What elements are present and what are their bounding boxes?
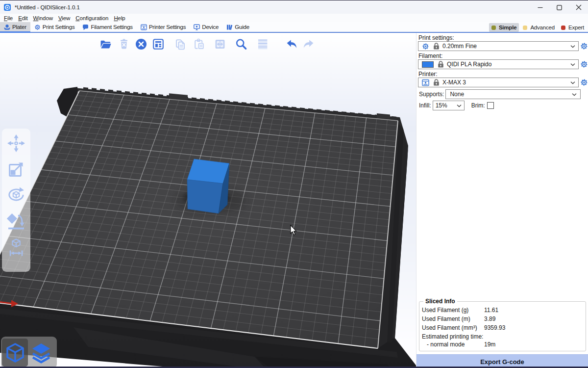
menu-file[interactable]: File	[4, 15, 13, 21]
qidislicer-window: *Untitled - QIDISlicer-1.0.1 File Edit W…	[0, 0, 588, 368]
tab-device[interactable]: Device	[190, 22, 222, 32]
mode-simple[interactable]: Simple	[489, 23, 519, 32]
redo-button[interactable]	[302, 38, 315, 51]
print-settings-label: Print settings:	[418, 34, 588, 41]
chevron-down-icon	[457, 105, 462, 107]
maximize-icon	[557, 5, 562, 10]
undo-button[interactable]	[285, 38, 298, 51]
print-settings-edit-button[interactable]	[580, 42, 588, 50]
mode-expert[interactable]: Expert	[559, 23, 587, 32]
arrange-icon	[152, 38, 165, 51]
menu-view[interactable]: View	[58, 15, 70, 21]
search-button[interactable]	[235, 38, 247, 51]
sliced-info-row: - normal mode 19m	[422, 341, 583, 348]
supports-label: Supports:	[419, 91, 444, 98]
tab-guide[interactable]: Guide	[222, 22, 253, 32]
menu-window[interactable]: Window	[33, 15, 53, 21]
delete-all-button[interactable]	[135, 38, 147, 51]
delete-button[interactable]	[118, 38, 130, 51]
view-3d-editor-button[interactable]	[2, 339, 28, 367]
preset-row: QIDI PLA Rapido	[416, 59, 588, 69]
supports-row: Supports: None	[419, 89, 588, 99]
printer-label: Printer:	[418, 71, 588, 78]
tab-printer-settings[interactable]: Printer Settings	[137, 22, 190, 32]
export-gcode-button[interactable]: Export G-code	[416, 354, 588, 368]
measure-button[interactable]	[6, 237, 26, 257]
cube-3d-view-icon	[4, 342, 26, 364]
sliced-info-row: Used Filament (mm³) 9359.93	[422, 324, 583, 331]
arrange-button[interactable]	[152, 38, 165, 51]
tab-bar: Plater Print Settings Filament Settings …	[0, 22, 588, 33]
sliced-info-row: Used Filament (m) 3.89	[422, 315, 583, 322]
top-toolbar	[98, 38, 318, 52]
open-folder-icon	[99, 38, 112, 51]
tab-print-settings[interactable]: Print Settings	[30, 22, 79, 32]
place-on-face-icon	[6, 211, 26, 231]
supports-combo[interactable]: None	[445, 89, 581, 99]
mode-advanced[interactable]: Advanced	[520, 23, 557, 32]
close-button[interactable]	[569, 1, 588, 14]
window-controls	[531, 1, 588, 14]
filament-label: Filament:	[418, 53, 588, 59]
app-logo-icon	[4, 4, 11, 11]
place-on-face-button[interactable]	[6, 211, 26, 231]
simple-dot-icon	[491, 26, 496, 30]
filament-icon	[82, 24, 89, 30]
build-plate-scene	[0, 33, 416, 368]
chevron-down-icon	[572, 93, 577, 96]
print-profile-gear-icon	[422, 43, 429, 50]
main-area: Print settings: 0.20mm Fine Filament: QI…	[0, 33, 588, 368]
printer-small-icon	[422, 79, 429, 86]
rotate-button[interactable]	[6, 185, 26, 205]
close-icon	[576, 4, 582, 10]
brim-checkbox[interactable]	[487, 102, 494, 109]
print-settings-combo[interactable]: 0.20mm Fine	[418, 41, 579, 51]
tab-plater[interactable]: Plater	[0, 22, 30, 32]
layers-button[interactable]	[256, 38, 269, 51]
expert-dot-icon	[561, 26, 565, 30]
printer-combo[interactable]: X-MAX 3	[418, 78, 579, 87]
mode-switch: Simple Advanced Expert	[488, 22, 587, 33]
supports-value: None	[450, 91, 464, 98]
menu-edit[interactable]: Edit	[18, 15, 27, 21]
menu-help[interactable]: Help	[114, 15, 125, 21]
title-bar: *Untitled - QIDISlicer-1.0.1	[0, 1, 588, 14]
redo-icon	[302, 38, 315, 51]
preset-row: 0.20mm Fine	[416, 41, 588, 51]
menu-configuration[interactable]: Configuration	[75, 15, 108, 21]
rotate-icon	[6, 185, 26, 205]
viewport-3d[interactable]	[0, 33, 416, 368]
print-settings-value: 0.20mm Fine	[442, 43, 477, 50]
printer-value: X-MAX 3	[442, 79, 466, 86]
filament-combo[interactable]: QIDI PLA Rapido	[418, 59, 579, 69]
printer-icon	[141, 24, 147, 30]
delete-all-icon	[135, 38, 147, 51]
plater-icon	[4, 24, 10, 30]
delete-icon	[118, 38, 130, 51]
paste-button[interactable]	[193, 38, 205, 51]
left-toolbar	[2, 129, 30, 272]
model-cube[interactable]	[187, 159, 229, 213]
split-button[interactable]	[214, 38, 226, 51]
sliced-info-row: Estimated printing time:	[422, 333, 583, 340]
move-button[interactable]	[6, 133, 26, 153]
chevron-down-icon	[570, 63, 575, 66]
printer-edit-button[interactable]	[580, 79, 588, 86]
sidebar: Print settings: 0.20mm Fine Filament: QI…	[416, 33, 588, 368]
view-preview-button[interactable]	[28, 339, 54, 367]
filament-edit-button[interactable]	[580, 60, 588, 68]
scale-button[interactable]	[6, 159, 26, 179]
tab-filament-settings[interactable]: Filament Settings	[78, 22, 136, 32]
advanced-dot-icon	[523, 26, 527, 30]
infill-combo[interactable]: 15%	[433, 101, 465, 110]
lock-icon	[433, 43, 440, 50]
lock-icon	[433, 79, 440, 86]
open-button[interactable]	[99, 38, 112, 51]
maximize-button[interactable]	[550, 1, 569, 14]
minimize-button[interactable]	[531, 1, 550, 14]
filament-color-swatch	[422, 61, 434, 68]
search-icon	[235, 38, 247, 51]
copy-button[interactable]	[174, 38, 187, 51]
view-switch	[1, 337, 57, 368]
paste-icon	[193, 38, 205, 51]
